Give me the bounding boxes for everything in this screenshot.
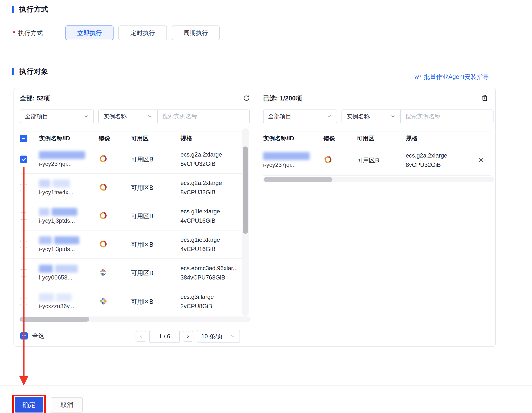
os-logo-icon <box>99 154 108 163</box>
column-header-az: 可用区 <box>131 134 180 142</box>
project-filter-select[interactable]: 全部项目 <box>20 109 94 123</box>
os-logo-icon <box>99 182 108 192</box>
horizontal-scrollbar-thumb[interactable] <box>20 317 89 322</box>
field-label-text: 执行方式 <box>18 29 43 37</box>
instance-id: i-ycy00658... <box>39 274 99 281</box>
column-header-instance: 实例名称/ID <box>39 134 99 142</box>
table-row: i-ycy1j3ptds... 可用区B ecs.g1ie.xlarge 4vC… <box>20 202 248 231</box>
column-header-image: 镜像 <box>323 134 357 142</box>
option-immediate-execution[interactable]: 立即执行 <box>65 25 114 40</box>
row-checkbox[interactable] <box>20 269 27 277</box>
availability-zone: 可用区B <box>131 155 180 163</box>
redacted-instance-name <box>39 236 52 244</box>
x-icon <box>478 157 484 163</box>
table-header: 实例名称/ID 镜像 可用区 规格 <box>20 132 248 145</box>
agent-install-guide-text: 批量作业Agent安装指导 <box>424 73 489 81</box>
column-header-spec: 规格 <box>406 134 491 142</box>
selected-filters: 全部项目 实例名称 <box>263 109 494 123</box>
page-indicator[interactable]: 1 / 6 <box>149 330 180 343</box>
search-field-select[interactable]: 实例名称 <box>98 109 158 123</box>
instance-capacity: 2vCPU8GiB <box>180 302 248 311</box>
redacted-instance-name <box>39 180 50 187</box>
option-scheduled-execution[interactable]: 定时执行 <box>118 25 167 40</box>
ubuntu-logo-icon <box>99 239 108 249</box>
trash-icon <box>481 95 488 101</box>
instance-id: i-ycxzzu36y... <box>39 303 99 310</box>
row-checkbox[interactable] <box>20 156 27 163</box>
chain-link-icon <box>415 74 421 80</box>
next-page-button[interactable] <box>183 331 193 342</box>
column-header-image: 镜像 <box>99 134 131 142</box>
select-all-checkbox[interactable] <box>20 332 28 340</box>
os-logo-icon <box>99 211 108 220</box>
instance-capacity: 8vCPU32GiB <box>406 160 471 170</box>
confirm-button[interactable]: 确定 <box>15 397 43 413</box>
table-header: 实例名称/ID 镜像 可用区 规格 <box>263 132 491 145</box>
option-periodic-execution[interactable]: 周期执行 <box>172 25 220 40</box>
row-checkbox[interactable] <box>20 184 27 191</box>
project-filter-select[interactable]: 全部项目 <box>263 109 337 123</box>
vertical-scrollbar-thumb[interactable] <box>243 146 248 234</box>
instance-id: i-ycy237jqi... <box>263 161 323 168</box>
instance-id: i-ycy1trw4x... <box>39 189 99 196</box>
section-title: 执行对象 <box>19 67 49 76</box>
selected-panel-title: 已选: 1/200项 <box>263 94 302 103</box>
redacted-instance-name <box>263 152 310 160</box>
instance-spec: ecs.g2a.2xlarge <box>180 178 248 188</box>
row-checkbox[interactable] <box>20 212 27 220</box>
table-row: i-ycxzzu36y... 可用区B ecs.g3i.large 2vCPU8… <box>20 287 248 316</box>
execution-config-page: 执行方式 * 执行方式 立即执行 定时执行 周期执行 执行对象 批量作业Agen… <box>0 0 532 413</box>
column-header-instance: 实例名称/ID <box>263 134 323 142</box>
redacted-instance-name <box>56 293 71 301</box>
per-page-value: 10 条/页 <box>201 332 223 340</box>
section-accent-bar <box>12 6 14 13</box>
instance-spec: ecs.ebmc3ad.96xlar... <box>180 264 248 273</box>
ubuntu-logo-icon <box>99 182 108 192</box>
instance-spec: ecs.g2a.2xlarge <box>180 150 248 159</box>
os-logo-icon <box>99 268 108 277</box>
table-row: i-ycy237jqi... 可用区B ecs.g2a.2xlarge 8vCP… <box>20 145 248 174</box>
execution-method-field-label: * 执行方式 <box>13 25 43 40</box>
os-logo-icon <box>99 296 108 306</box>
instance-id: i-ycy1j3ptds... <box>39 217 99 224</box>
search-field-select[interactable]: 实例名称 <box>342 109 401 123</box>
required-asterisk: * <box>13 30 15 36</box>
clear-selection-button[interactable] <box>481 95 488 101</box>
select-all-header-checkbox[interactable] <box>20 135 27 142</box>
centos-logo-icon <box>99 268 108 277</box>
redacted-instance-name <box>52 208 77 216</box>
section-accent-bar <box>12 68 14 75</box>
vertical-scrollbar-track[interactable] <box>242 128 249 316</box>
cancel-button[interactable]: 取消 <box>51 397 83 413</box>
select-all-label: 全选 <box>32 332 44 340</box>
section-execution-target-header: 执行对象 <box>12 67 49 76</box>
row-checkbox[interactable] <box>20 241 27 248</box>
horizontal-scrollbar-track[interactable] <box>263 177 494 182</box>
redacted-instance-name <box>39 208 49 216</box>
row-checkbox[interactable] <box>20 298 27 305</box>
os-logo-icon <box>99 239 108 249</box>
centos-logo-icon <box>99 296 108 306</box>
agent-install-guide-link[interactable]: 批量作业Agent安装指导 <box>415 73 489 81</box>
execution-method-options: 立即执行 定时执行 周期执行 <box>65 25 220 40</box>
selected-instances-panel: 已选: 1/200项 全部项目 实例名称 <box>255 88 495 346</box>
per-page-select[interactable]: 10 条/页 <box>197 330 240 343</box>
search-input[interactable] <box>401 109 494 123</box>
refresh-button[interactable] <box>243 95 250 101</box>
project-filter-value: 全部项目 <box>268 112 291 120</box>
horizontal-scrollbar-track[interactable] <box>19 316 251 322</box>
section-execution-method-header: 执行方式 <box>12 4 49 14</box>
section-title: 执行方式 <box>19 4 49 14</box>
pagination: 1 / 6 10 条/页 <box>136 330 240 343</box>
ubuntu-logo-icon <box>323 155 333 164</box>
availability-zone: 可用区B <box>357 156 406 164</box>
instance-spec: ecs.g1ie.xlarge <box>180 235 248 244</box>
remove-instance-button[interactable] <box>477 157 485 164</box>
column-header-az: 可用区 <box>357 134 406 142</box>
annotation-arrow-head <box>19 376 28 386</box>
instance-capacity: 4vCPU16GiB <box>180 244 248 254</box>
search-input[interactable] <box>158 109 250 123</box>
horizontal-scrollbar-thumb[interactable] <box>264 177 332 182</box>
ubuntu-logo-icon <box>99 154 108 163</box>
prev-page-button[interactable] <box>136 331 146 342</box>
